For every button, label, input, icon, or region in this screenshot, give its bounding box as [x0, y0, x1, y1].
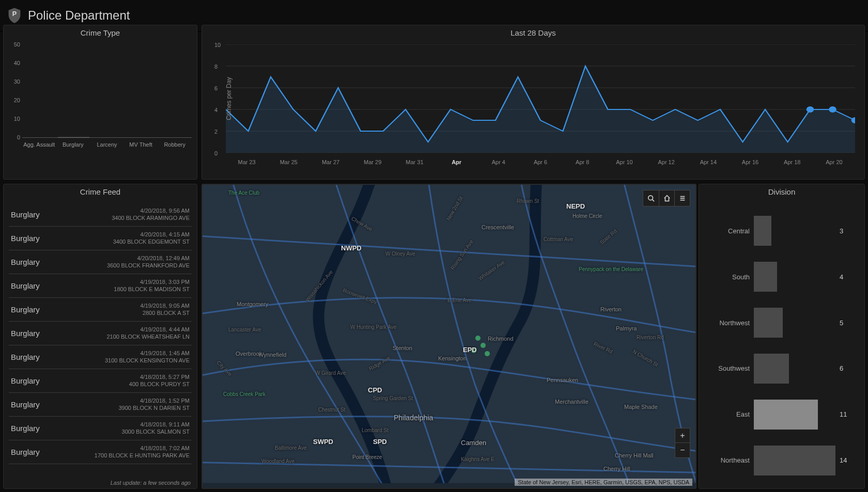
feed-location: 3400 BLOCK EDGEMONT ST — [113, 239, 190, 246]
last28-chart[interactable]: Crimes per Day 0246810 0246810 — [226, 44, 855, 153]
feed-row[interactable]: Burglary4/20/2018, 9:56 AM3400 BLOCK ARA… — [9, 203, 192, 227]
line-x-tick: Apr 16 — [729, 159, 771, 165]
map-label-aceclub: The Ace Club — [228, 190, 259, 196]
crime-type-panel: Crime Type 01020304050 Agg. AssaultBurgl… — [3, 25, 197, 180]
feed-location: 400 BLOCK PURDY ST — [129, 381, 190, 388]
map-canvas[interactable] — [203, 185, 695, 483]
feed-meta: 4/19/2018, 1:45 AM3100 BLOCK KENSINGTON … — [105, 350, 190, 364]
feed-type: Burglary — [11, 305, 40, 314]
incident-marker[interactable] — [481, 343, 486, 348]
division-label: Northeast — [706, 456, 754, 464]
map-label-spd: SPD — [373, 438, 387, 446]
division-bar-track — [754, 398, 835, 431]
division-value: 14 — [835, 456, 857, 464]
feed-type: Burglary — [11, 400, 40, 409]
y-tick: 10 — [14, 116, 20, 122]
feed-time: 4/18/2018, 7:02 AM — [95, 445, 190, 452]
feed-meta: 4/19/2018, 9:05 AM2800 BLOCK A ST — [141, 303, 190, 317]
feed-type: Burglary — [11, 210, 40, 219]
feed-row[interactable]: Burglary4/18/2018, 1:52 PM3900 BLOCK N D… — [9, 393, 192, 417]
feed-type: Burglary — [11, 258, 40, 266]
feed-location: 3900 BLOCK N DARIEN ST — [118, 405, 190, 412]
shield-icon: P — [7, 7, 22, 24]
division-value: 4 — [835, 273, 857, 281]
map-label-montgomery: Montgomery — [237, 301, 268, 307]
map-label-erie: E Erie Ave — [447, 297, 472, 303]
feed-row[interactable]: Burglary4/20/2018, 12:49 AM3600 BLOCK FR… — [9, 250, 192, 274]
feed-row[interactable]: Burglary4/19/2018, 9:05 AM2800 BLOCK A S… — [9, 298, 192, 322]
map-label-wynnefield: Wynnefield — [258, 352, 286, 358]
feed-row[interactable]: Burglary4/19/2018, 3:03 PM1800 BLOCK E M… — [9, 274, 192, 298]
map-legend-button[interactable] — [674, 191, 690, 206]
map-label-riverton: Riverton — [600, 306, 622, 312]
feed-row[interactable]: Burglary4/18/2018, 7:02 AM1700 BLOCK E H… — [9, 440, 192, 464]
division-row-northwest[interactable]: Northwest5 — [706, 306, 857, 339]
bar-label: MV Theft — [124, 140, 158, 148]
division-row-south[interactable]: South4 — [706, 260, 857, 293]
map-label-woodland: Woodland Ave — [261, 458, 295, 464]
feed-row[interactable]: Burglary4/20/2018, 4:15 AM3400 BLOCK EDG… — [9, 227, 192, 250]
crime-feed-title: Crime Feed — [4, 184, 197, 199]
incident-marker[interactable] — [485, 351, 490, 356]
line-x-tick: Apr 8 — [562, 159, 603, 165]
division-row-southwest[interactable]: Southwest6 — [706, 352, 857, 385]
feed-meta: 4/19/2018, 3:03 PM1800 BLOCK E MADISON S… — [114, 279, 190, 293]
map-label-merchantville: Merchantville — [555, 399, 588, 405]
bar-label: Robbery — [158, 140, 192, 148]
svg-text:P: P — [12, 10, 17, 18]
feed-type: Burglary — [11, 424, 40, 433]
map-zoom-out-button[interactable]: − — [675, 443, 690, 457]
map-label-lancaster: Lancaster Ave — [228, 327, 261, 332]
map-panel[interactable]: NWPD NEPD EPD CPD SPD SWPD Philadelphia … — [202, 184, 696, 489]
map-home-button[interactable] — [659, 191, 674, 206]
line-x-tick: Apr — [436, 159, 477, 165]
division-label: Northwest — [706, 319, 754, 327]
map-label-epd: EPD — [463, 346, 477, 354]
y-tick: 40 — [14, 60, 20, 66]
crime-type-chart[interactable]: 01020304050 — [22, 44, 192, 138]
incident-marker[interactable] — [475, 336, 481, 341]
feed-type: Burglary — [11, 376, 40, 385]
feed-time: 4/20/2018, 12:49 AM — [107, 255, 190, 262]
division-row-east[interactable]: East11 — [706, 398, 857, 431]
feed-location: 2800 BLOCK A ST — [141, 310, 190, 317]
feed-meta: 4/18/2018, 7:02 AM1700 BLOCK E HUNTING P… — [95, 445, 190, 459]
feed-type: Burglary — [11, 329, 40, 338]
map-search-button[interactable] — [643, 191, 659, 206]
feed-meta: 4/20/2018, 9:56 AM3400 BLOCK ARAMINGO AV… — [112, 208, 190, 222]
line-y-tick: 4 — [214, 107, 218, 113]
y-tick: 0 — [17, 134, 20, 140]
line-x-tick: Apr 12 — [645, 159, 687, 165]
map-toolbar — [643, 190, 690, 207]
feed-location: 3600 BLOCK FRANKFORD AVE — [107, 262, 190, 269]
feed-time: 4/19/2018, 4:44 AM — [106, 326, 190, 334]
last28-title: Last 28 Days — [202, 25, 864, 40]
feed-row[interactable]: Burglary4/19/2018, 4:44 AM2100 BLOCK WHE… — [9, 322, 192, 345]
feed-row[interactable]: Burglary4/18/2018, 5:27 PM400 BLOCK PURD… — [9, 369, 192, 393]
map-zoom-in-button[interactable]: + — [675, 428, 690, 443]
map-label-cherryhillmall: Cherry Hill Mall — [615, 452, 654, 458]
map-label-kaighns: Kaighns Ave E — [461, 456, 494, 462]
map-label-overbrook: Overbrook — [236, 351, 262, 357]
bar-label: Larceny — [90, 140, 124, 148]
map-label-huntingpark: W Hunting Park Ave — [350, 324, 396, 330]
line-x-tick: Apr 20 — [813, 159, 855, 165]
line-y-tick: 0 — [214, 150, 218, 156]
feed-row[interactable]: Burglary4/19/2018, 1:45 AM3100 BLOCK KEN… — [9, 345, 192, 369]
map-label-nepd: NEPD — [566, 202, 585, 210]
svg-point-13 — [807, 106, 814, 113]
feed-time: 4/20/2018, 9:56 AM — [112, 208, 190, 215]
division-bar — [754, 262, 777, 292]
feed-location: 1800 BLOCK E MADISON ST — [114, 286, 190, 293]
map-zoom-control: + − — [675, 428, 690, 458]
division-row-central[interactable]: Central3 — [706, 214, 857, 247]
y-tick: 30 — [14, 78, 20, 85]
feed-time: 4/20/2018, 4:15 AM — [113, 231, 190, 239]
line-x-tick: Apr 10 — [603, 159, 645, 165]
map-label-springgarden: Spring Garden St — [373, 395, 413, 401]
division-row-northeast[interactable]: Northeast14 — [706, 444, 857, 477]
feed-location: 1700 BLOCK E HUNTING PARK AVE — [95, 452, 190, 459]
map-label-crescentville: Crescentville — [482, 224, 514, 230]
line-y-tick: 6 — [214, 85, 218, 91]
feed-row[interactable]: Burglary4/18/2018, 9:11 AM3000 BLOCK SAL… — [9, 417, 192, 440]
